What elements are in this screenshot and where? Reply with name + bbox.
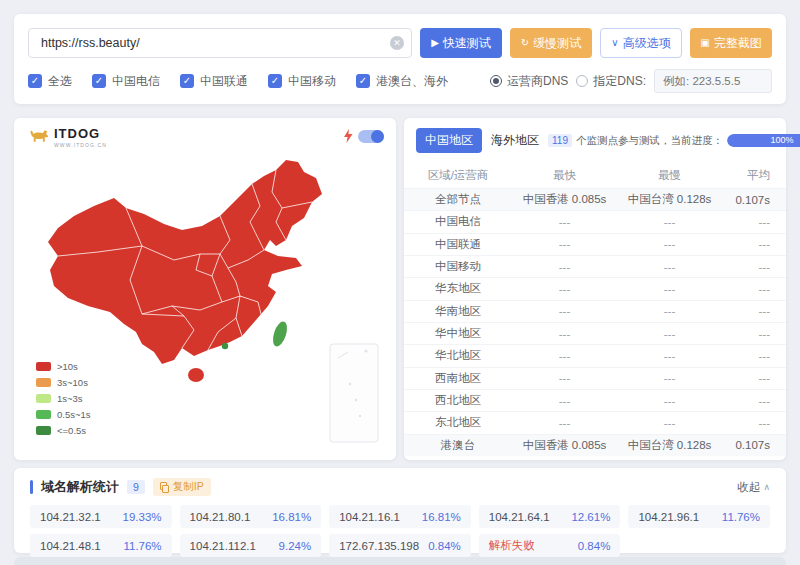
summary-text: 个监测点参与测试，当前进度： bbox=[576, 134, 723, 148]
legend-item: >10s bbox=[36, 361, 91, 372]
table-row: 东北地区 --- --- --- bbox=[404, 411, 786, 433]
play-icon: ▶ bbox=[431, 38, 439, 48]
checkbox-checked-icon: ✓ bbox=[356, 74, 370, 88]
advanced-options-button[interactable]: ∨ 高级选项 bbox=[600, 28, 682, 58]
radio-icon bbox=[490, 75, 502, 87]
dns-stats-title: 域名解析统计 bbox=[41, 478, 119, 496]
carrier-checkbox[interactable]: ✓ 中国联通 bbox=[180, 73, 248, 90]
ip-stat-item: 解析失败 0.84% bbox=[479, 534, 621, 557]
tab-china-region[interactable]: 中国地区 bbox=[416, 128, 482, 153]
checkbox-checked-icon: ✓ bbox=[92, 74, 106, 88]
bolt-icon bbox=[344, 129, 353, 143]
ip-stat-item: 104.21.80.1 16.81% bbox=[180, 505, 322, 528]
legend-label: 1s~3s bbox=[57, 393, 83, 404]
test-control-panel: ✕ ▶ 快速测试 ↻ 缓慢测试 ∨ 高级选项 ▣ 完整截图 ✓ 全选 ✓ bbox=[14, 14, 786, 104]
legend-label: >10s bbox=[57, 361, 78, 372]
legend-swatch bbox=[36, 410, 51, 419]
checkbox-checked-icon: ✓ bbox=[180, 74, 194, 88]
results-panel: 中国地区 海外地区 119 个监测点参与测试，当前进度： 100% 区域/运营商… bbox=[404, 118, 786, 460]
screenshot-icon: ▣ bbox=[700, 38, 709, 48]
collapse-button[interactable]: 收起 ∧ bbox=[737, 480, 770, 495]
dns-option-group: 运营商DNS 指定DNS: bbox=[490, 69, 772, 93]
ip-count-badge: 9 bbox=[127, 480, 145, 494]
legend-label: <=0.5s bbox=[57, 425, 86, 436]
table-row: 华中地区 --- --- --- bbox=[404, 322, 786, 344]
ip-stat-item: 104.21.16.1 16.81% bbox=[329, 505, 471, 528]
ip-stat-item: 104.21.32.1 19.33% bbox=[30, 505, 172, 528]
title-accent-bar bbox=[30, 480, 33, 494]
dns-stats-panel: 域名解析统计 9 复制IP 收起 ∧ 104.21.32.1 19.33% 10… bbox=[14, 468, 786, 553]
copy-ip-button[interactable]: 复制IP bbox=[153, 478, 211, 496]
progress-fill: 100% bbox=[727, 134, 800, 147]
header-average: 平均 bbox=[722, 168, 786, 183]
hongkong-region bbox=[222, 343, 228, 349]
table-row: 西南地区 --- --- --- bbox=[404, 367, 786, 389]
table-row: 全部节点 中国香港 0.085s 中国台湾 0.128s 0.107s bbox=[404, 188, 786, 210]
legend-label: 0.5s~1s bbox=[57, 409, 91, 420]
table-row: 中国电信 --- --- --- bbox=[404, 210, 786, 232]
tab-overseas-region[interactable]: 海外地区 bbox=[482, 128, 548, 153]
map-legend: >10s 3s~10s 1s~3s 0.5s~1s <=0.5s bbox=[36, 361, 91, 436]
carrier-checkbox[interactable]: ✓ 港澳台、海外 bbox=[356, 73, 448, 90]
carrier-checkbox-group: ✓ 全选 ✓ 中国电信 ✓ 中国联通 ✓ 中国移动 ✓ 港澳台、海外 bbox=[28, 73, 448, 90]
table-row: 港澳台 中国香港 0.085s 中国台湾 0.128s 0.107s bbox=[404, 434, 786, 456]
legend-swatch bbox=[36, 378, 51, 387]
header-slowest: 最慢 bbox=[617, 168, 722, 183]
clear-input-icon[interactable]: ✕ bbox=[390, 36, 404, 50]
table-row: 华北地区 --- --- --- bbox=[404, 344, 786, 366]
carrier-checkbox[interactable]: ✓ 全选 bbox=[28, 73, 72, 90]
table-row: 中国移动 --- --- --- bbox=[404, 255, 786, 277]
url-input[interactable] bbox=[28, 28, 412, 58]
legend-item: 0.5s~1s bbox=[36, 409, 91, 420]
hainan-region bbox=[188, 368, 204, 382]
chevron-down-icon: ∨ bbox=[611, 38, 618, 48]
radio-carrier-dns[interactable]: 运营商DNS bbox=[490, 73, 568, 90]
taiwan-region bbox=[270, 320, 289, 348]
ip-stat-item: 104.21.112.1 9.24% bbox=[180, 534, 322, 557]
south-china-sea-inset bbox=[330, 344, 378, 442]
ip-stat-item: 104.21.96.1 11.76% bbox=[628, 505, 770, 528]
checkbox-checked-icon: ✓ bbox=[28, 74, 42, 88]
table-row: 西北地区 --- --- --- bbox=[404, 389, 786, 411]
ip-stat-item: 104.21.64.1 12.61% bbox=[479, 505, 621, 528]
carrier-checkbox[interactable]: ✓ 中国移动 bbox=[268, 73, 336, 90]
carrier-checkbox[interactable]: ✓ 中国电信 bbox=[92, 73, 160, 90]
results-table: 区域/运营商 最快 最慢 平均 全部节点 中国香港 0.085s 中国台湾 0.… bbox=[404, 162, 786, 456]
header-region: 区域/运营商 bbox=[404, 168, 512, 183]
full-screenshot-button[interactable]: ▣ 完整截图 bbox=[690, 28, 772, 58]
itdog-logo: ITDOG WWW.ITDOG.CN bbox=[28, 127, 107, 148]
quick-test-button[interactable]: ▶ 快速测试 bbox=[420, 28, 502, 58]
radio-custom-dns[interactable]: 指定DNS: bbox=[576, 73, 646, 90]
custom-dns-input[interactable] bbox=[654, 69, 772, 93]
node-count-badge: 119 bbox=[548, 134, 572, 147]
table-row: 华东地区 --- --- --- bbox=[404, 277, 786, 299]
legend-item: <=0.5s bbox=[36, 425, 91, 436]
legend-item: 1s~3s bbox=[36, 393, 91, 404]
table-row: 中国联通 --- --- --- bbox=[404, 233, 786, 255]
header-fastest: 最快 bbox=[512, 168, 617, 183]
map-mode-toggle[interactable] bbox=[358, 130, 384, 143]
ip-stat-item: 172.67.135.198 0.84% bbox=[329, 534, 471, 557]
dog-icon bbox=[28, 127, 51, 144]
legend-swatch bbox=[36, 362, 51, 371]
ip-stat-item: 104.21.48.1 11.76% bbox=[30, 534, 172, 557]
test-progress-summary: 119 个监测点参与测试，当前进度： 100% bbox=[548, 134, 800, 148]
logo-title: ITDOG bbox=[54, 127, 107, 140]
copy-icon bbox=[160, 482, 169, 492]
history-icon: ↻ bbox=[521, 38, 529, 48]
logo-subtitle: WWW.ITDOG.CN bbox=[54, 142, 107, 148]
slow-test-button[interactable]: ↻ 缓慢测试 bbox=[510, 28, 592, 58]
ip-distribution-grid: 104.21.32.1 19.33% 104.21.80.1 16.81% 10… bbox=[30, 505, 770, 557]
progress-bar: 100% bbox=[727, 134, 800, 147]
legend-item: 3s~10s bbox=[36, 377, 91, 388]
legend-swatch bbox=[36, 426, 51, 435]
table-row: 华南地区 --- --- --- bbox=[404, 300, 786, 322]
legend-swatch bbox=[36, 394, 51, 403]
itdog-speedtest-page: ✕ ▶ 快速测试 ↻ 缓慢测试 ∨ 高级选项 ▣ 完整截图 ✓ 全选 ✓ bbox=[0, 0, 800, 565]
map-panel: ITDOG WWW.ITDOG.CN bbox=[14, 118, 396, 460]
chevron-up-icon: ∧ bbox=[763, 482, 770, 492]
checkbox-checked-icon: ✓ bbox=[268, 74, 282, 88]
next-section-strip bbox=[14, 557, 786, 565]
radio-icon bbox=[576, 75, 588, 87]
legend-label: 3s~10s bbox=[57, 377, 88, 388]
